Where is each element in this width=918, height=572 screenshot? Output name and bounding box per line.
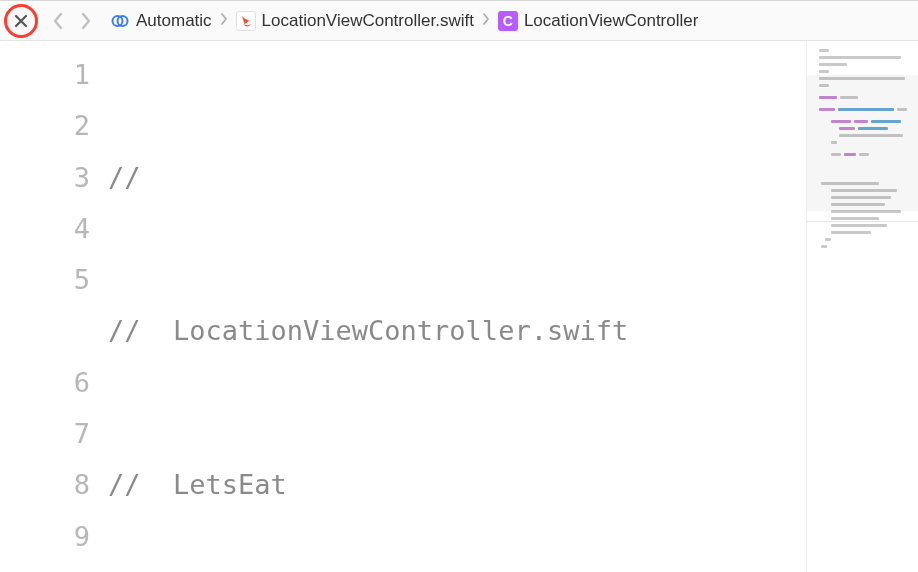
line-number: 5 bbox=[0, 254, 90, 357]
code-editor[interactable]: 1 2 3 4 5 6 7 8 9 10 // // LocationViewC… bbox=[0, 41, 806, 572]
close-icon bbox=[13, 13, 29, 29]
close-button[interactable] bbox=[4, 4, 38, 38]
line-number: 2 bbox=[0, 100, 90, 151]
line-number: 4 bbox=[0, 203, 90, 254]
line-number: 6 bbox=[0, 357, 90, 408]
breadcrumb-separator bbox=[480, 11, 492, 31]
line-number: 9 bbox=[0, 511, 90, 562]
swift-file-icon bbox=[236, 11, 256, 31]
editor-window: Automatic LocationViewController.swift C… bbox=[0, 0, 918, 572]
breadcrumb-file[interactable]: LocationViewController.swift bbox=[236, 11, 474, 31]
breadcrumb-symbol[interactable]: C LocationViewController bbox=[498, 11, 699, 31]
breadcrumb-scheme-label: Automatic bbox=[136, 11, 212, 31]
breadcrumb-symbol-label: LocationViewController bbox=[524, 11, 699, 31]
line-number: 1 bbox=[0, 49, 90, 100]
minimap[interactable] bbox=[806, 41, 918, 572]
minimap-separator bbox=[807, 221, 918, 222]
link-icon bbox=[110, 11, 130, 31]
class-icon: C bbox=[498, 11, 518, 31]
code-line: // LocationViewController.swift bbox=[108, 315, 628, 346]
editor-topbar: Automatic LocationViewController.swift C… bbox=[0, 1, 918, 41]
code-line: // LetsEat bbox=[108, 469, 287, 500]
breadcrumb-file-label: LocationViewController.swift bbox=[262, 11, 474, 31]
chevron-right-icon bbox=[80, 12, 92, 30]
line-number: 3 bbox=[0, 152, 90, 203]
nav-arrows bbox=[44, 5, 100, 37]
breadcrumb-scheme[interactable]: Automatic bbox=[110, 11, 212, 31]
minimap-viewport[interactable] bbox=[807, 75, 918, 211]
nav-forward-button[interactable] bbox=[72, 5, 100, 37]
code-line: // bbox=[108, 162, 141, 193]
breadcrumb-separator bbox=[218, 11, 230, 31]
line-number: 10 bbox=[0, 562, 90, 572]
code-content[interactable]: // // LocationViewController.swift // Le… bbox=[108, 41, 806, 572]
line-number-gutter: 1 2 3 4 5 6 7 8 9 10 bbox=[0, 41, 108, 572]
line-number: 7 bbox=[0, 408, 90, 459]
editor-body: 1 2 3 4 5 6 7 8 9 10 // // LocationViewC… bbox=[0, 41, 918, 572]
breadcrumb: Automatic LocationViewController.swift C… bbox=[110, 11, 698, 31]
chevron-left-icon bbox=[52, 12, 64, 30]
nav-back-button[interactable] bbox=[44, 5, 72, 37]
line-number: 8 bbox=[0, 459, 90, 510]
